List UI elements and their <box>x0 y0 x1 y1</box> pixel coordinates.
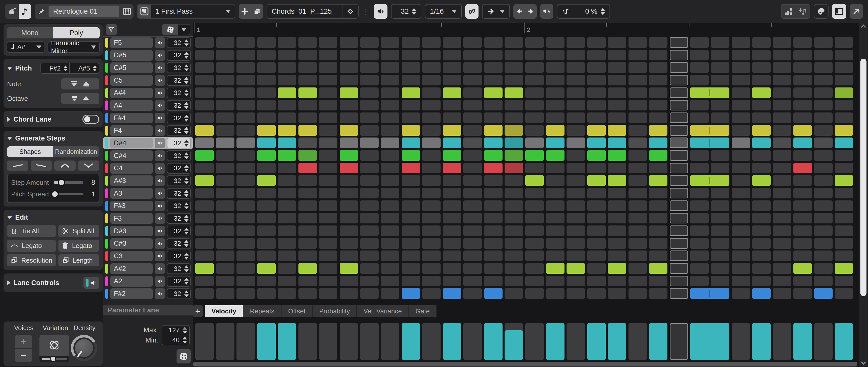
step-cell-C#4-18[interactable] <box>546 150 564 161</box>
step-cell-A#2-19[interactable] <box>566 263 585 274</box>
step-cell-F5-21[interactable] <box>608 37 626 48</box>
step-cell-C#4-28[interactable] <box>752 150 771 161</box>
step-cell-F#4-2[interactable] <box>216 112 235 123</box>
step-cell-A3-20[interactable] <box>587 188 606 198</box>
step-cell-F4-21[interactable] <box>608 125 626 136</box>
step-cell-C#5-21[interactable] <box>608 62 626 73</box>
step-cell-C3-29[interactable] <box>773 251 792 261</box>
step-cell-A#3-20[interactable] <box>587 175 606 186</box>
velocity-slot-5[interactable] <box>278 323 296 360</box>
rate-select[interactable]: 1/16 <box>425 4 462 19</box>
step-cell-F#3-16[interactable] <box>504 200 523 211</box>
step-cell-F3-24[interactable] <box>670 213 688 224</box>
step-cell-D#5-8[interactable] <box>340 50 358 60</box>
step-cell-C5-3[interactable] <box>237 75 255 86</box>
step-cell-A#3-23[interactable] <box>649 175 668 186</box>
lane-row-F4[interactable]: F432 <box>103 125 193 136</box>
lane-speaker-button[interactable] <box>155 113 165 123</box>
note-down-button[interactable] <box>71 81 77 87</box>
step-cell-F4-13[interactable] <box>443 125 461 136</box>
step-cell-F4-30[interactable] <box>794 125 812 136</box>
velocity-slot-7[interactable] <box>319 323 337 360</box>
step-cell-C#4-32[interactable] <box>835 150 853 161</box>
step-cell-D#3-20[interactable] <box>587 226 606 236</box>
step-cell-A2-2[interactable] <box>216 276 235 287</box>
step-cell-A2-6[interactable] <box>299 276 317 287</box>
step-cell-A4-4[interactable] <box>257 100 276 110</box>
step-cell-A2-25[interactable] <box>690 276 709 287</box>
step-cell-D#3-14[interactable] <box>463 226 482 236</box>
step-cell-F#4-19[interactable] <box>566 112 585 123</box>
step-cell-F#4-24[interactable] <box>670 112 688 123</box>
step-cell-C#4-31[interactable] <box>814 150 833 161</box>
step-cell-C#3-29[interactable] <box>773 238 792 249</box>
step-cell-F#2-25[interactable] <box>690 288 730 299</box>
step-cell-C3-30[interactable] <box>794 251 812 261</box>
step-cell-F#3-24[interactable] <box>670 200 688 211</box>
step-cell-F3-31[interactable] <box>814 213 833 224</box>
velocity-slot-23[interactable] <box>649 323 668 360</box>
step-cell-A3-16[interactable] <box>504 188 523 198</box>
step-cell-D#5-2[interactable] <box>216 50 235 60</box>
step-cell-C3-12[interactable] <box>422 251 441 261</box>
step-cell-C3-18[interactable] <box>546 251 564 261</box>
step-cell-F4-6[interactable] <box>299 125 317 136</box>
step-cell-F#2-21[interactable] <box>608 288 626 299</box>
step-cell-F5-2[interactable] <box>216 37 235 48</box>
step-cell-F#2-20[interactable] <box>587 288 606 299</box>
link-button[interactable] <box>465 4 478 19</box>
step-cell-D#4-21[interactable] <box>608 137 626 148</box>
step-cell-D#3-25[interactable] <box>690 226 709 236</box>
step-cell-F#3-1[interactable] <box>195 200 214 211</box>
step-cell-C5-21[interactable] <box>608 75 626 86</box>
lane-row-D#3[interactable]: D#332 <box>103 225 193 237</box>
step-cell-A3-23[interactable] <box>649 188 668 198</box>
step-cell-C4-2[interactable] <box>216 163 235 173</box>
step-cell-D#4-17[interactable] <box>525 137 544 148</box>
step-cell-C5-12[interactable] <box>422 75 441 86</box>
step-cell-C5-29[interactable] <box>773 75 792 86</box>
step-cell-F4-8[interactable] <box>340 125 358 136</box>
step-cell-A4-30[interactable] <box>794 100 812 110</box>
step-cell-A4-6[interactable] <box>299 100 317 110</box>
step-cell-A#2-18[interactable] <box>546 263 564 274</box>
step-cell-F#2-3[interactable] <box>237 288 255 299</box>
step-cell-A3-6[interactable] <box>299 188 317 198</box>
step-cell-F#2-23[interactable] <box>649 288 668 299</box>
lane-name-field[interactable]: A#4 <box>110 88 153 98</box>
step-cell-F4-32[interactable] <box>835 125 853 136</box>
velocity-bar-30[interactable] <box>794 323 812 360</box>
step-cell-A#3-6[interactable] <box>299 175 317 186</box>
lane-row-A#2[interactable]: A#232 <box>103 263 193 274</box>
step-cell-F3-15[interactable] <box>484 213 502 224</box>
step-cell-F3-25[interactable] <box>690 213 709 224</box>
step-cell-F5-23[interactable] <box>649 37 668 48</box>
step-cell-C5-24[interactable] <box>670 75 688 86</box>
step-cell-D#5-16[interactable] <box>504 50 523 60</box>
step-cell-C4-6[interactable] <box>299 163 317 173</box>
tab-offset[interactable]: Offset <box>281 305 313 317</box>
max-spinner[interactable]: 127 <box>162 325 190 335</box>
lane-row-A3[interactable]: A332 <box>103 188 193 199</box>
step-cell-C#5-22[interactable] <box>628 62 647 73</box>
step-cell-C#5-17[interactable] <box>525 62 544 73</box>
step-cell-D#3-5[interactable] <box>278 226 296 236</box>
step-cell-A4-29[interactable] <box>773 100 792 110</box>
lane-name-field[interactable]: F#3 <box>110 201 153 211</box>
step-cell-C4-4[interactable] <box>257 163 276 173</box>
shape-peak-button[interactable] <box>54 161 75 171</box>
step-cell-A#2-20[interactable] <box>587 263 606 274</box>
step-cell-F#2-29[interactable] <box>773 288 792 299</box>
velocity-slot-30[interactable] <box>794 323 812 360</box>
step-cell-A#3-3[interactable] <box>237 175 255 186</box>
step-cell-D#5-18[interactable] <box>546 50 564 60</box>
shape-ramp-down-button[interactable] <box>31 161 52 171</box>
step-cell-A4-7[interactable] <box>319 100 337 110</box>
step-cell-F#3-13[interactable] <box>443 200 461 211</box>
step-cell-C#3-24[interactable] <box>670 238 688 249</box>
step-cell-C4-1[interactable] <box>195 163 214 173</box>
lane-step-count-spinner[interactable]: 32 <box>167 138 191 148</box>
step-cell-F3-26[interactable] <box>711 213 730 224</box>
lane-step-count-spinner[interactable]: 32 <box>167 163 191 174</box>
lane-name-field[interactable]: C3 <box>110 251 153 261</box>
